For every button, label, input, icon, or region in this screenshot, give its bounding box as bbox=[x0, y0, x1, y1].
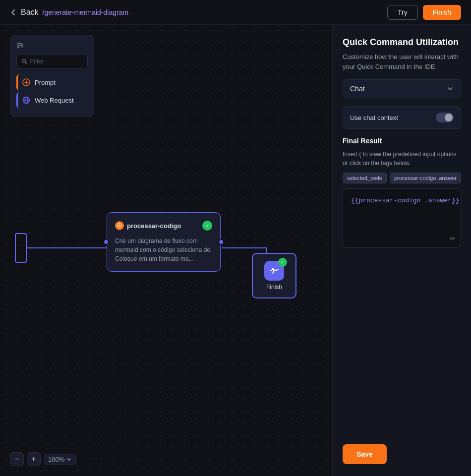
zoom-level[interactable]: 100% bbox=[44, 454, 76, 465]
panel-title: Quick Command Utilization bbox=[343, 37, 461, 48]
sidebar-item-prompt[interactable]: Prompt bbox=[16, 74, 88, 90]
search-icon bbox=[22, 59, 27, 64]
final-result-title: Final Result bbox=[343, 137, 461, 145]
dropdown-wrap: Chat bbox=[343, 79, 461, 98]
sidebar-header bbox=[16, 41, 88, 49]
sidebar-item-web-request[interactable]: Web Request bbox=[16, 92, 88, 108]
header-buttons: Try Finish bbox=[387, 5, 461, 20]
back-label: Back bbox=[21, 8, 39, 17]
back-arrow-icon bbox=[10, 9, 17, 16]
processar-node-body: Crie um diagrama de fluxo com mermaid co… bbox=[115, 237, 212, 263]
dropdown-chevron-icon bbox=[447, 85, 454, 92]
finish-check-badge: ✓ bbox=[278, 258, 287, 267]
use-chat-context-toggle[interactable] bbox=[436, 113, 454, 122]
bottom-toolbar: − + 100% bbox=[10, 452, 76, 466]
header-title: /generate-mermaid-diagram bbox=[43, 8, 129, 16]
filter-input[interactable] bbox=[30, 58, 82, 65]
tag-processar-answer[interactable]: processar-codigo .answer bbox=[390, 173, 461, 183]
tags-row: selected_code processar-codigo .answer bbox=[343, 173, 461, 183]
dropdown-value: Chat bbox=[350, 85, 365, 93]
code-content: {{processar-codigo .answer}} bbox=[351, 197, 453, 204]
toggle-row: Use chat context bbox=[343, 106, 461, 129]
final-result-description: Insert { to view the predefined input op… bbox=[343, 150, 461, 168]
zoom-chevron-icon bbox=[66, 457, 71, 462]
right-panel: Quick Command Utilization Customize how … bbox=[332, 25, 471, 476]
final-result-section: Final Result Insert { to view the predef… bbox=[343, 137, 461, 248]
chat-dropdown[interactable]: Chat bbox=[343, 79, 461, 98]
prompt-icon bbox=[22, 78, 31, 87]
conn-dot-right bbox=[218, 239, 224, 245]
processar-node-header: processar-codigo ✓ bbox=[115, 221, 212, 231]
finish-node-icon bbox=[269, 265, 280, 276]
finish-label: Finish bbox=[266, 284, 282, 291]
panel-description: Customize how the user will interact wit… bbox=[343, 52, 461, 71]
processar-node-icon bbox=[115, 221, 124, 230]
arrow-mid bbox=[222, 247, 267, 248]
conn-dot-left bbox=[103, 239, 109, 245]
try-button[interactable]: Try bbox=[387, 5, 418, 20]
arrow-h1 bbox=[27, 247, 107, 248]
toggle-label: Use chat context bbox=[350, 114, 398, 121]
finish-icon-wrap: ✓ bbox=[264, 261, 284, 281]
web-icon bbox=[22, 96, 31, 105]
back-button[interactable]: Back /generate-mermaid-diagram bbox=[10, 8, 128, 17]
start-node bbox=[15, 233, 27, 263]
header: Back /generate-mermaid-diagram Try Finis… bbox=[0, 0, 471, 25]
zoom-in-button[interactable]: + bbox=[27, 452, 41, 466]
finish-node[interactable]: ✓ Finish bbox=[252, 253, 296, 298]
processar-node[interactable]: processar-codigo ✓ Crie um diagrama de f… bbox=[107, 212, 221, 272]
processar-check-badge: ✓ bbox=[202, 221, 212, 231]
sidebar-collapse-icon[interactable] bbox=[16, 41, 24, 49]
tag-selected-code[interactable]: selected_code bbox=[343, 173, 387, 183]
processar-node-title: processar-codigo bbox=[115, 221, 181, 230]
zoom-out-button[interactable]: − bbox=[10, 452, 24, 466]
sidebar-item-prompt-label: Prompt bbox=[35, 79, 56, 86]
save-button[interactable]: Save bbox=[343, 444, 387, 464]
sidebar: Prompt Web Request bbox=[10, 35, 94, 117]
sidebar-item-web-label: Web Request bbox=[35, 97, 74, 104]
main-content: Prompt Web Request bbox=[0, 25, 471, 476]
code-edit-icon[interactable]: ✏ bbox=[450, 235, 456, 242]
finish-button[interactable]: Finish bbox=[423, 5, 461, 20]
toggle-knob bbox=[445, 114, 453, 121]
code-block[interactable]: {{processar-codigo .answer}} ✏ bbox=[343, 188, 461, 248]
filter-box[interactable] bbox=[16, 54, 88, 68]
canvas-area[interactable]: Prompt Web Request bbox=[0, 25, 332, 476]
